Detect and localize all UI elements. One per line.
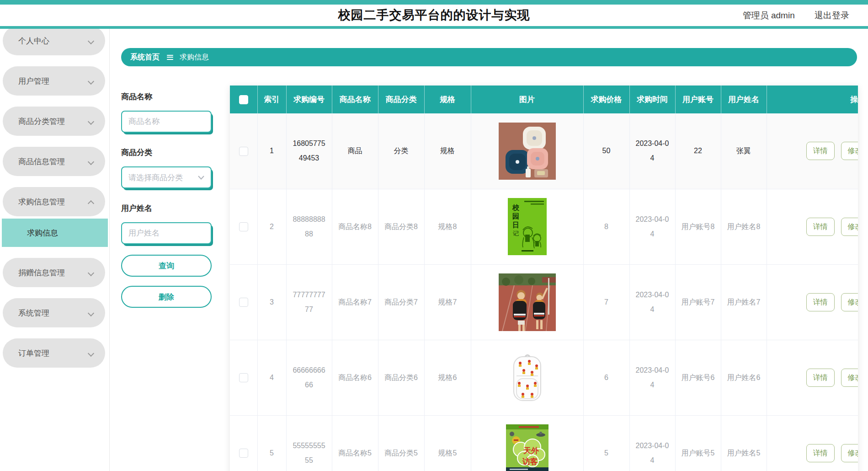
cell-account: 用户账号6 xyxy=(675,340,721,415)
breadcrumb: 系统首页 求购信息 xyxy=(121,48,857,66)
column-header-price: 求购价格 xyxy=(583,86,629,113)
column-header-index: 索引 xyxy=(257,86,286,113)
product-name-label: 商品名称 xyxy=(121,91,212,102)
product-image-alien_book: 天外 访客 xyxy=(471,415,583,471)
table-row: 11680577549453商品分类规格 502023-04-0422张翼详情修… xyxy=(230,113,858,189)
row-checkbox[interactable] xyxy=(239,449,248,458)
product-image-white_backpack xyxy=(471,340,583,415)
detail-button[interactable]: 详情 xyxy=(806,293,835,311)
product-image-plates xyxy=(471,113,583,189)
logout-link[interactable]: 退出登录 xyxy=(815,11,849,20)
column-header-spec: 规格 xyxy=(424,86,471,113)
breadcrumb-home[interactable]: 系统首页 xyxy=(130,53,160,62)
cell-account: 用户账号7 xyxy=(675,264,721,340)
row-checkbox[interactable] xyxy=(239,147,248,156)
cell-code: 7777777777 xyxy=(286,264,332,340)
chevron-down-icon xyxy=(88,270,94,275)
chevron-down-icon xyxy=(88,78,94,84)
header-divider xyxy=(0,26,868,29)
cell-code: 8888888888 xyxy=(286,189,332,264)
sidebar-item-1[interactable]: 个人中心 xyxy=(3,26,105,55)
product-name-input[interactable] xyxy=(121,111,212,133)
detail-button[interactable]: 详情 xyxy=(806,369,835,387)
sidebar-subitem-active[interactable]: 求购信息 xyxy=(2,219,108,247)
cell-code: 5555555555 xyxy=(286,415,332,471)
cell-account: 22 xyxy=(675,113,721,189)
cell-username: 用户姓名6 xyxy=(721,340,767,415)
sidebar-item-7[interactable]: 系统管理 xyxy=(3,298,105,327)
breadcrumb-current: 求购信息 xyxy=(180,53,209,62)
row-checkbox[interactable] xyxy=(239,373,248,382)
cell-spec: 规格6 xyxy=(424,340,471,415)
column-header-category: 商品分类 xyxy=(378,86,424,113)
column-header-username: 用户姓名 xyxy=(721,86,767,113)
edit-button[interactable]: 修改 xyxy=(841,369,858,387)
column-header-image: 图片 xyxy=(471,86,583,113)
edit-button[interactable]: 修改 xyxy=(841,293,858,311)
sidebar-item-4[interactable]: 商品信息管理 xyxy=(3,147,105,176)
table-row: 28888888888商品名称8商品分类8规格8 校园日记 82023-04-0… xyxy=(230,189,858,264)
edit-button[interactable]: 修改 xyxy=(841,444,858,462)
detail-button[interactable]: 详情 xyxy=(806,218,835,236)
menu-icon xyxy=(167,55,173,60)
edit-button[interactable]: 修改 xyxy=(841,142,858,160)
table-header-row: 索引求购编号商品名称商品分类规格图片求购价格求购时间用户账号用户姓名操作 xyxy=(230,86,858,113)
cell-index: 1 xyxy=(257,113,286,189)
product-image-backpack_photo xyxy=(471,264,583,340)
cell-index: 5 xyxy=(257,415,286,471)
cell-time: 2023-04-04 xyxy=(629,264,675,340)
cell-spec: 规格 xyxy=(424,113,471,189)
column-header-name: 商品名称 xyxy=(332,86,378,113)
cell-username: 用户姓名5 xyxy=(721,415,767,471)
svg-text:访客: 访客 xyxy=(522,457,538,466)
row-checkbox[interactable] xyxy=(239,222,248,231)
delete-button[interactable]: 删除 xyxy=(121,286,212,308)
cell-price: 8 xyxy=(583,189,629,264)
column-header-ops: 操作 xyxy=(767,86,858,113)
cell-spec: 规格7 xyxy=(424,264,471,340)
cell-category: 商品分类7 xyxy=(378,264,424,340)
cell-name: 商品名称8 xyxy=(332,189,378,264)
row-checkbox[interactable] xyxy=(239,298,248,307)
detail-button[interactable]: 详情 xyxy=(806,142,835,160)
cell-category: 商品分类6 xyxy=(378,340,424,415)
cell-username: 用户姓名7 xyxy=(721,264,767,340)
svg-text:天外: 天外 xyxy=(523,446,539,455)
cell-category: 分类 xyxy=(378,113,424,189)
column-header-account: 用户账号 xyxy=(675,86,721,113)
svg-text:日: 日 xyxy=(512,221,519,229)
sidebar-item-8[interactable]: 订单管理 xyxy=(3,338,105,368)
cell-time: 2023-04-04 xyxy=(629,113,675,189)
user-name-input[interactable] xyxy=(121,222,212,244)
cell-name: 商品名称7 xyxy=(332,264,378,340)
chevron-down-icon xyxy=(198,176,204,180)
cell-code: 1680577549453 xyxy=(286,113,332,189)
cell-username: 张翼 xyxy=(721,113,767,189)
svg-text:校: 校 xyxy=(512,203,520,211)
data-table: 索引求购编号商品名称商品分类规格图片求购价格求购时间用户账号用户姓名操作 116… xyxy=(230,86,858,471)
column-header-select xyxy=(230,86,257,113)
sidebar-item-2[interactable]: 用户管理 xyxy=(3,66,105,96)
main-area: 系统首页 求购信息 商品名称 商品分类 请选择商品分类 用户姓名 查询 删除 xyxy=(110,29,868,471)
sidebar-item-5[interactable]: 求购信息管理 xyxy=(3,187,105,216)
app-header: 校园二手交易平台的的设计与实现 管理员 admin 退出登录 xyxy=(0,5,868,26)
detail-button[interactable]: 详情 xyxy=(806,444,835,462)
cell-price: 6 xyxy=(583,340,629,415)
chevron-down-icon xyxy=(88,38,94,43)
edit-button[interactable]: 修改 xyxy=(841,218,858,236)
chevron-down-icon xyxy=(88,310,94,316)
product-category-select[interactable]: 请选择商品分类 xyxy=(121,166,212,188)
page-title: 校园二手交易平台的的设计与实现 xyxy=(0,5,868,26)
top-accent-bar xyxy=(0,0,868,5)
cell-name: 商品名称5 xyxy=(332,415,378,471)
svg-text:园: 园 xyxy=(512,212,519,220)
query-button[interactable]: 查询 xyxy=(121,255,212,277)
chevron-up-icon xyxy=(88,199,94,204)
sidebar-item-6[interactable]: 捐赠信息管理 xyxy=(3,258,105,287)
cell-price: 7 xyxy=(583,264,629,340)
cell-index: 3 xyxy=(257,264,286,340)
chevron-down-icon xyxy=(88,350,94,356)
table-row: 46666666666商品名称6商品分类6规格6 62023-04-04用户账号… xyxy=(230,340,858,415)
sidebar-item-3[interactable]: 商品分类管理 xyxy=(3,107,105,136)
select-all-checkbox[interactable] xyxy=(239,95,248,104)
